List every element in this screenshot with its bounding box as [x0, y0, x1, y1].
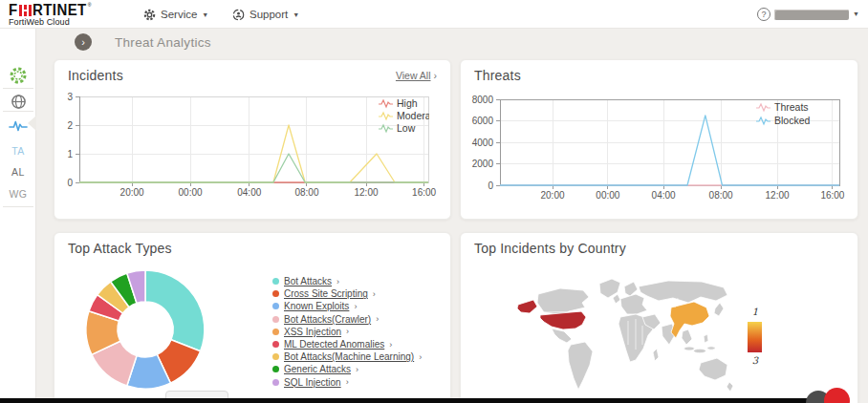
donut-segment-bot-attacks[interactable]	[145, 270, 205, 351]
country-europe	[620, 294, 647, 314]
sidebar-item-global[interactable]	[0, 94, 36, 110]
top-incidents-by-country-card: Top Incidents by Country	[460, 232, 858, 403]
attack-type-link[interactable]: Bot Attacks(Machine Learning)	[284, 351, 414, 362]
fortinet-o-icon	[19, 5, 33, 16]
sidebar-item-ta[interactable]: TA	[0, 145, 36, 157]
attack-types-legend: Bot Attacks›Cross Site Scripting›Known E…	[272, 275, 422, 389]
country-south-america	[568, 342, 593, 390]
svg-text:20:00: 20:00	[541, 190, 565, 201]
support-menu[interactable]: Support ▼	[232, 0, 299, 29]
country-indonesia-3	[707, 347, 715, 350]
legend-label-moderate[interactable]: Moderate	[397, 110, 440, 121]
left-sidebar: TA AL WG	[0, 29, 36, 403]
legend-dot-icon	[272, 316, 279, 323]
product-name: FortiWeb Cloud	[9, 18, 91, 27]
collapse-chevron-button[interactable]: ›	[75, 33, 92, 51]
top-attack-types-card: Top Attack Types Bot Attacks›Cross Site …	[54, 232, 451, 403]
incidents-card-title: Incidents	[68, 68, 123, 83]
svg-text:4000: 4000	[472, 138, 494, 148]
country-indonesia-2	[694, 349, 706, 353]
legend-dot-icon	[272, 303, 279, 309]
svg-text:3: 3	[67, 92, 73, 102]
page-title: Threat Analytics	[115, 35, 211, 50]
page-header: › Threat Analytics	[36, 29, 868, 55]
svg-text:2: 2	[67, 120, 73, 131]
svg-text:0: 0	[67, 178, 73, 188]
legend-dot-icon	[272, 353, 279, 360]
legend-label-low[interactable]: Low	[397, 122, 416, 134]
attack-types-donut-chart[interactable]	[74, 258, 217, 401]
view-all-text: View All	[396, 70, 431, 81]
attack-type-link[interactable]: Bot Attacks(Crawler)	[284, 314, 371, 325]
svg-text:6000: 6000	[472, 116, 494, 126]
legend-label-high[interactable]: High	[397, 97, 418, 109]
sidebar-item-wg[interactable]: WG	[0, 188, 36, 200]
chevron-right-icon: ›	[434, 70, 438, 81]
country-madagascar	[653, 349, 659, 361]
country-card-title: Top Incidents by Country	[474, 241, 626, 256]
view-all-link[interactable]: View All›	[396, 70, 437, 81]
gear-icon	[143, 9, 156, 21]
account-name-redacted[interactable]	[774, 10, 849, 20]
chevron-right-icon: ›	[346, 377, 349, 387]
incidents-line-chart[interactable]: 012320:0000:0004:0008:0012:0016:00HighMo…	[54, 89, 452, 215]
sidebar-divider	[3, 88, 33, 89]
country-australia	[699, 358, 727, 380]
sidebar-item-al[interactable]: AL	[0, 166, 36, 178]
scale-max-label: 1	[744, 307, 767, 317]
incidents-card: Incidents View All› 012320:0000:0004:000…	[54, 59, 451, 220]
legend-dot-icon	[272, 290, 279, 297]
attack-types-card-title: Top Attack Types	[68, 241, 172, 256]
account-chevron-down-icon[interactable]: ▼	[853, 11, 859, 17]
scale-min-label: 3	[744, 355, 767, 366]
top-navigation-bar: F RTINET ® FortiWeb Cloud Service ▼ Supp…	[0, 0, 868, 29]
svg-text:00:00: 00:00	[596, 190, 619, 201]
service-menu[interactable]: Service ▼	[143, 0, 208, 29]
map-color-scale	[748, 322, 762, 352]
chevron-right-icon: ›	[356, 365, 358, 374]
sidebar-divider	[3, 206, 33, 207]
threats-card: Threats 0200040006000800020:0000:0004:00…	[460, 59, 858, 220]
attack-type-link[interactable]: Cross Site Scripting	[284, 288, 368, 299]
world-map[interactable]	[510, 273, 740, 402]
legend-label-blocked[interactable]: Blocked	[774, 115, 811, 126]
country-uk	[613, 294, 620, 304]
svg-text:12:00: 12:00	[355, 187, 379, 198]
country-se-asia	[682, 329, 692, 345]
legend-dot-icon	[272, 366, 279, 372]
country-japan	[714, 303, 724, 316]
chevron-right-icon: ›	[354, 302, 357, 311]
legend-dot-icon	[272, 379, 279, 386]
service-menu-label: Service	[161, 9, 197, 20]
svg-text:12:00: 12:00	[766, 190, 790, 201]
svg-text:16:00: 16:00	[820, 190, 844, 201]
attack-type-legend-item: Generic Attacks›	[272, 363, 422, 375]
svg-text:0: 0	[488, 180, 493, 191]
attack-type-link[interactable]: XSS Injection	[284, 327, 341, 337]
support-menu-label: Support	[250, 9, 288, 20]
green-gear-icon	[9, 66, 28, 85]
sidebar-divider	[3, 111, 33, 112]
attack-type-link[interactable]: Known Exploits	[284, 301, 349, 311]
attack-type-legend-item: Cross Site Scripting›	[272, 287, 422, 300]
threats-card-title: Threats	[474, 68, 521, 83]
svg-text:2000: 2000	[472, 159, 494, 169]
legend-label-threats[interactable]: Threats	[774, 101, 809, 113]
attack-type-link[interactable]: ML Detected Anomalies	[284, 339, 384, 350]
support-icon	[232, 9, 245, 21]
legend-dot-icon	[272, 278, 279, 285]
chevron-right-icon: ›	[419, 352, 422, 362]
attack-type-link[interactable]: Bot Attacks	[284, 276, 332, 286]
svg-text:20:00: 20:00	[120, 187, 144, 198]
country-usa[interactable]	[540, 311, 586, 329]
sidebar-item-settings[interactable]	[0, 66, 36, 85]
help-icon[interactable]: ?	[757, 8, 770, 21]
attack-type-link[interactable]: Generic Attacks	[284, 364, 351, 374]
country-usa-alaska[interactable]	[517, 300, 537, 313]
legend-dot-icon	[272, 341, 279, 348]
attack-type-legend-item: XSS Injection›	[272, 326, 422, 338]
fortinet-logo: F RTINET ® FortiWeb Cloud	[9, 3, 91, 27]
country-philippines	[704, 334, 708, 343]
threats-line-chart[interactable]: 0200040006000800020:0000:0004:0008:0012:…	[461, 89, 859, 215]
attack-type-link[interactable]: SQL Injection	[284, 377, 341, 388]
